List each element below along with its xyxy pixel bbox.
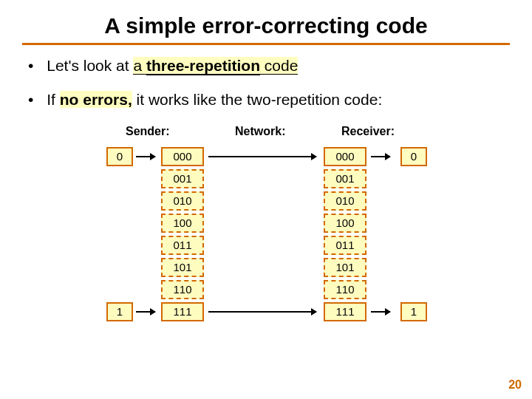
code-left-4: 011: [161, 236, 204, 255]
receiver-bit-0: 0: [400, 147, 427, 166]
header-sender: Sender:: [126, 125, 170, 138]
code-right-6: 110: [324, 280, 366, 299]
code-left-0: 000: [161, 147, 204, 166]
code-left-1: 001: [161, 169, 204, 188]
sender-bit-1: 1: [106, 302, 133, 321]
code-right-4: 011: [324, 236, 366, 255]
codes-left-col: 000 001 010 100 011 101 110 111: [161, 147, 204, 324]
header-receiver: Receiver:: [341, 125, 395, 138]
code-left-7: 111: [161, 302, 204, 321]
header-network: Network:: [235, 125, 285, 138]
arrow-sender-top: [136, 156, 155, 157]
code-right-1: 001: [324, 169, 366, 188]
arrow-receiver-bot: [371, 311, 390, 313]
arrow-receiver-top: [371, 156, 390, 157]
codes-right-col: 000 001 010 100 011 101 110 111: [324, 147, 366, 324]
code-right-5: 101: [324, 258, 366, 277]
receiver-bit-1: 1: [400, 302, 427, 321]
code-left-3: 100: [161, 214, 204, 233]
title-rule: [22, 43, 510, 45]
bullet-1: Let's look at a three-repetition code: [28, 57, 510, 75]
code-right-3: 100: [324, 214, 366, 233]
code-right-2: 010: [324, 191, 366, 211]
page-number: 20: [508, 378, 522, 392]
diagram: Sender: Network: Receiver: 0 1 0 1 000 0…: [74, 125, 458, 354]
slide-title: A simple error-correcting code: [22, 13, 510, 38]
arrow-network-top: [208, 156, 316, 157]
code-left-6: 110: [161, 280, 204, 299]
code-right-7: 111: [324, 302, 366, 321]
arrow-network-bot: [208, 311, 316, 313]
code-left-5: 101: [161, 258, 204, 277]
arrow-sender-bot: [136, 311, 155, 313]
code-left-2: 010: [161, 191, 204, 211]
code-right-0: 000: [324, 147, 366, 166]
bullet-2: If no errors, it works like the two-repe…: [28, 91, 510, 109]
sender-bit-0: 0: [106, 147, 133, 166]
